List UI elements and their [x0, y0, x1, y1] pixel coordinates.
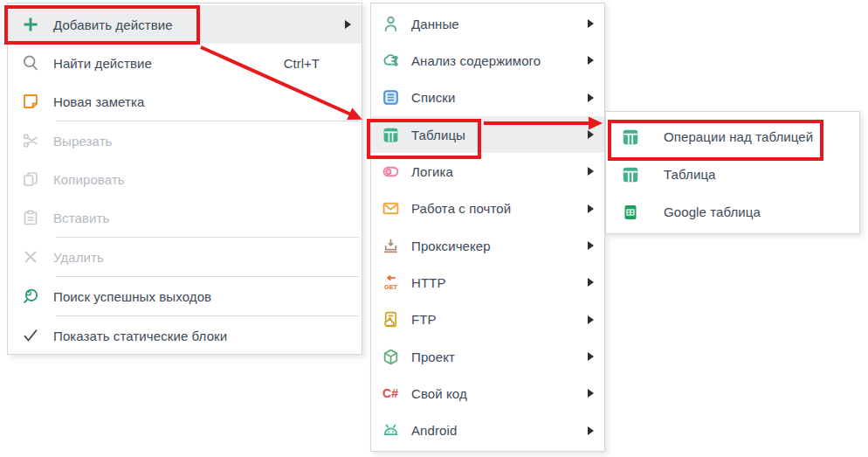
submenu-item-data[interactable]: Данные — [371, 5, 604, 42]
submenu-item-lists[interactable]: Списки — [371, 80, 604, 116]
submenu-arrow-icon — [588, 426, 594, 435]
submenu-arrow-icon — [345, 20, 351, 29]
check-icon — [20, 325, 41, 346]
csharp-icon: C# — [380, 383, 401, 404]
svg-text:GET: GET — [383, 283, 397, 291]
menu-item-delete[interactable]: Удалить — [8, 238, 362, 276]
note-icon — [20, 91, 41, 112]
submenu-item-tables[interactable]: Таблицы — [371, 116, 604, 153]
submenu-item-label: HTTP — [411, 275, 446, 290]
submenu-item-project[interactable]: Проект — [371, 338, 604, 375]
submenu-item-own-code[interactable]: C# Свой код — [371, 375, 604, 412]
submenu-arrow-icon — [588, 130, 594, 139]
menu-item-paste[interactable]: Вставить — [8, 198, 362, 237]
submenu-item-proxychecker[interactable]: Проксичекер — [371, 227, 604, 264]
submenu-item-label: Проект — [411, 350, 455, 364]
submenu-item-http[interactable]: GET HTTP — [371, 264, 604, 301]
delete-icon — [20, 246, 41, 267]
menu-item-show-static-blocks[interactable]: Показать статические блоки — [8, 316, 362, 355]
submenu-item-logic[interactable]: Логика — [371, 153, 604, 190]
plus-icon — [20, 14, 41, 35]
menu-item-find-action[interactable]: Найти действие Ctrl+T — [8, 44, 362, 82]
menu-item-shortcut: Ctrl+T — [284, 56, 320, 71]
menu-item-label: Вырезать — [53, 134, 113, 149]
submenu-item-label: Работа с почтой — [411, 201, 511, 216]
submenu-arrow-icon — [588, 204, 594, 213]
submenu-arrow-icon — [588, 315, 594, 324]
submenu-arrow-icon — [588, 241, 594, 250]
paste-icon — [20, 207, 41, 228]
submenu-arrow-icon — [588, 56, 594, 65]
menu-item-label: Поиск успешных выходов — [53, 289, 211, 304]
submenu-item-mail[interactable]: Работа с почтой — [371, 190, 604, 227]
submenu-item-android[interactable]: Android — [371, 412, 604, 449]
menu-item-search-successful-exits[interactable]: Поиск успешных выходов — [8, 277, 362, 315]
menu-item-label: Удалить — [53, 250, 104, 265]
submenu-item-label: Google таблица — [664, 204, 761, 219]
submenu-item-label: Свой код — [411, 386, 467, 401]
submenu-item-label: Анализ содержимого — [411, 53, 541, 68]
scissors-icon — [20, 130, 41, 151]
table-icon — [618, 164, 643, 185]
menu-item-label: Копировать — [53, 172, 125, 187]
submenu-item-content-analysis[interactable]: Анализ содержимого — [371, 42, 604, 79]
mail-icon — [380, 198, 401, 219]
submenu-arrow-icon — [588, 389, 594, 398]
submenu-item-label: Логика — [411, 164, 453, 179]
submenu-item-label: Android — [411, 423, 457, 438]
submenu-item-label: FTP — [411, 312, 437, 327]
ftp-icon — [380, 309, 401, 330]
submenu-item-table[interactable]: Таблица — [606, 156, 859, 193]
submenu-item-ftp[interactable]: FTP — [371, 301, 604, 338]
menu-item-new-note[interactable]: Новая заметка — [8, 82, 362, 121]
submenu-arrow-icon — [588, 167, 594, 176]
menu-item-label: Вставить — [53, 211, 109, 225]
submenu-item-label: Списки — [411, 90, 455, 105]
toggle-icon — [380, 161, 401, 182]
add-action-submenu: Данные Анализ содержимого Списки Таблицы — [370, 3, 605, 452]
submenu-arrow-icon — [588, 352, 594, 361]
submenu-item-google-table[interactable]: Google таблица — [606, 193, 859, 231]
list-icon — [380, 87, 401, 108]
submenu-item-label: Данные — [411, 17, 459, 31]
submenu-item-table-operations[interactable]: Операции над таблицей — [606, 118, 859, 156]
table-icon — [618, 127, 643, 148]
submenu-arrow-icon — [588, 19, 594, 28]
person-icon — [380, 13, 401, 34]
table-icon — [380, 124, 401, 145]
menu-item-label: Найти действие — [53, 56, 152, 71]
menu-item-add-action[interactable]: Добавить действие — [8, 5, 362, 44]
cube-icon — [380, 346, 401, 367]
search-icon — [20, 52, 41, 73]
menu-item-cut[interactable]: Вырезать — [8, 121, 362, 160]
submenu-item-label: Таблица — [664, 167, 716, 182]
http-get-icon: GET — [380, 272, 401, 293]
search-check-icon — [20, 286, 41, 307]
google-sheets-icon — [618, 202, 643, 223]
menu-item-label: Добавить действие — [53, 17, 173, 32]
submenu-arrow-icon — [588, 93, 594, 102]
context-menu-screenshot: Добавить действие Найти действие Ctrl+T … — [0, 0, 868, 457]
proxy-icon — [380, 235, 401, 256]
submenu-arrow-icon — [588, 278, 594, 287]
menu-item-label: Показать статические блоки — [53, 329, 227, 343]
submenu-item-label: Таблицы — [411, 128, 465, 142]
menu-item-label: Новая заметка — [53, 94, 144, 109]
submenu-item-label: Операции над таблицей — [664, 129, 813, 144]
main-context-menu: Добавить действие Найти действие Ctrl+T … — [7, 3, 362, 355]
menu-item-copy[interactable]: Копировать — [8, 160, 362, 198]
tables-submenu: Операции над таблицей Таблица Google таб… — [605, 111, 860, 234]
android-icon — [380, 420, 401, 441]
analysis-icon — [380, 50, 401, 71]
copy-icon — [20, 169, 41, 190]
submenu-item-label: Проксичекер — [411, 239, 491, 253]
